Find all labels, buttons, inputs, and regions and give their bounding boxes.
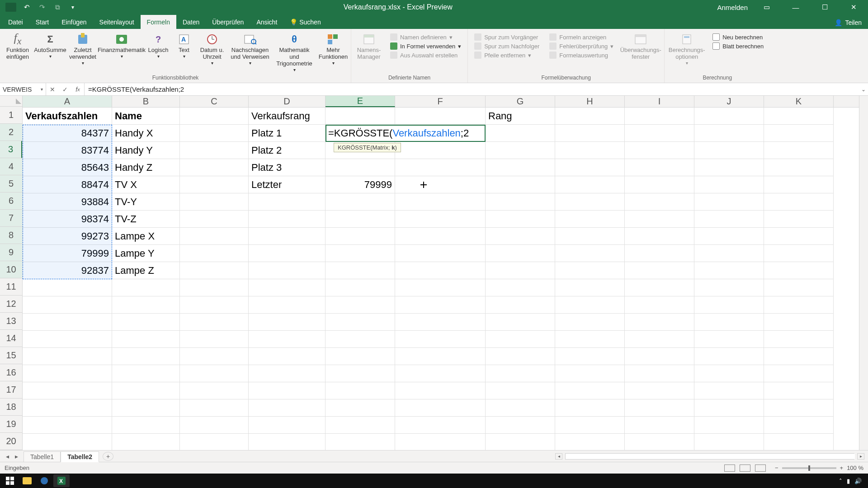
formula-enter-button[interactable]: ✓	[59, 86, 71, 93]
cell-C1[interactable]	[180, 108, 249, 125]
cell-H8[interactable]	[555, 228, 625, 245]
btn-namen-definieren[interactable]: Namen definieren ▾	[387, 33, 464, 41]
cell-C8[interactable]	[180, 228, 249, 245]
cell-B2[interactable]: Handy X	[112, 125, 180, 142]
cell-A2[interactable]: 84377	[23, 125, 112, 142]
col-header-G[interactable]: G	[486, 96, 555, 107]
btn-zuletzt-verwendet[interactable]: Zuletzt verwendet▾	[69, 31, 97, 66]
cell-K10[interactable]	[764, 262, 834, 279]
cell-D11[interactable]	[249, 279, 326, 296]
cell-H3[interactable]	[555, 142, 625, 159]
cell-H2[interactable]	[555, 125, 625, 142]
cell-K7[interactable]	[764, 211, 834, 228]
cell-C13[interactable]	[180, 314, 249, 331]
cell-K1[interactable]	[764, 108, 834, 125]
cell-C17[interactable]	[180, 382, 249, 399]
row-header-3[interactable]: 3	[0, 141, 22, 158]
minimize-button[interactable]: —	[786, 0, 806, 14]
cell-F17[interactable]	[395, 382, 486, 399]
view-pagelayout-button[interactable]	[740, 465, 750, 472]
cell-C20[interactable]	[180, 434, 249, 450]
system-tray[interactable]: ˄ ▮ 🔊	[835, 478, 866, 484]
cell-D6[interactable]	[249, 193, 326, 211]
row-header-12[interactable]: 12	[0, 296, 22, 313]
row-header-7[interactable]: 7	[0, 210, 22, 227]
cell-J1[interactable]	[694, 108, 764, 125]
tray-network-icon[interactable]: ▮	[847, 478, 850, 484]
cell-D15[interactable]	[249, 348, 326, 365]
cell-I11[interactable]	[625, 279, 694, 296]
sheet-tab-tabelle2[interactable]: Tabelle2	[61, 451, 99, 462]
signin-link[interactable]: Anmelden	[717, 4, 748, 11]
close-button[interactable]: ✕	[844, 0, 863, 14]
cell-I3[interactable]	[625, 142, 694, 159]
undo-button[interactable]: ↶	[21, 1, 33, 13]
cell-H11[interactable]	[555, 279, 625, 296]
cell-E5[interactable]: 79999	[326, 176, 395, 193]
col-header-D[interactable]: D	[249, 96, 326, 107]
cell-B13[interactable]	[112, 314, 180, 331]
cell-H15[interactable]	[555, 348, 625, 365]
cell-J16[interactable]	[694, 365, 764, 382]
cell-B1[interactable]: Name	[112, 108, 180, 125]
share-button[interactable]: 👤Teilen	[828, 16, 868, 29]
row-header-5[interactable]: 5	[0, 175, 22, 192]
cell-K3[interactable]	[764, 142, 834, 159]
cell-I15[interactable]	[625, 348, 694, 365]
cell-H7[interactable]	[555, 211, 625, 228]
row-header-4[interactable]: 4	[0, 158, 22, 175]
cell-A6[interactable]: 93884	[23, 193, 112, 211]
cell-F6[interactable]	[395, 193, 486, 211]
cell-I18[interactable]	[625, 399, 694, 417]
cell-E19[interactable]	[326, 417, 395, 434]
cell-G6[interactable]	[486, 193, 555, 211]
cell-C10[interactable]	[180, 262, 249, 279]
row-header-15[interactable]: 15	[0, 347, 22, 364]
touchmode-button[interactable]: ⧉	[52, 1, 63, 13]
cell-I13[interactable]	[625, 314, 694, 331]
cell-K9[interactable]	[764, 245, 834, 262]
col-header-A[interactable]: A	[23, 96, 112, 107]
cell-H19[interactable]	[555, 417, 625, 434]
cell-E9[interactable]	[326, 245, 395, 262]
formula-input[interactable]: =KGRÖSSTE(Verkaufszahlen;2	[85, 83, 859, 95]
tab-ueberpruefen[interactable]: Überprüfen	[206, 15, 250, 29]
cell-A20[interactable]	[23, 434, 112, 450]
cell-I10[interactable]	[625, 262, 694, 279]
col-header-F[interactable]: F	[395, 96, 486, 107]
cell-D14[interactable]	[249, 331, 326, 348]
formula-expand-button[interactable]: ⌄	[859, 83, 868, 95]
row-header-19[interactable]: 19	[0, 416, 22, 433]
cell-I14[interactable]	[625, 331, 694, 348]
cell-D10[interactable]	[249, 262, 326, 279]
cell-E11[interactable]	[326, 279, 395, 296]
btn-formeln-anzeigen[interactable]: Formeln anzeigen	[547, 33, 616, 41]
cell-J20[interactable]	[694, 434, 764, 450]
cell-A19[interactable]	[23, 417, 112, 434]
cell-D8[interactable]	[249, 228, 326, 245]
cell-J11[interactable]	[694, 279, 764, 296]
cell-D19[interactable]	[249, 417, 326, 434]
cell-B19[interactable]	[112, 417, 180, 434]
row-header-18[interactable]: 18	[0, 399, 22, 416]
cell-B16[interactable]	[112, 365, 180, 382]
cell-A10[interactable]: 92837	[23, 262, 112, 279]
btn-blatt-berechnen[interactable]: Blatt berechnen	[710, 42, 766, 50]
cell-I12[interactable]	[625, 296, 694, 314]
cell-F7[interactable]	[395, 211, 486, 228]
cell-K14[interactable]	[764, 331, 834, 348]
cell-E6[interactable]	[326, 193, 395, 211]
fx-icon[interactable]: fx	[71, 86, 84, 93]
cell-I8[interactable]	[625, 228, 694, 245]
tab-ansicht[interactable]: Ansicht	[250, 15, 283, 29]
row-header-11[interactable]: 11	[0, 278, 22, 296]
btn-neu-berechnen[interactable]: Neu berechnen	[710, 33, 766, 41]
cell-F4[interactable]	[395, 159, 486, 176]
cell-H1[interactable]	[555, 108, 625, 125]
cell-E1[interactable]	[326, 108, 395, 125]
cell-G4[interactable]	[486, 159, 555, 176]
cell-K16[interactable]	[764, 365, 834, 382]
cell-D13[interactable]	[249, 314, 326, 331]
cell-A1[interactable]: Verkaufszahlen	[23, 108, 112, 125]
cell-G19[interactable]	[486, 417, 555, 434]
